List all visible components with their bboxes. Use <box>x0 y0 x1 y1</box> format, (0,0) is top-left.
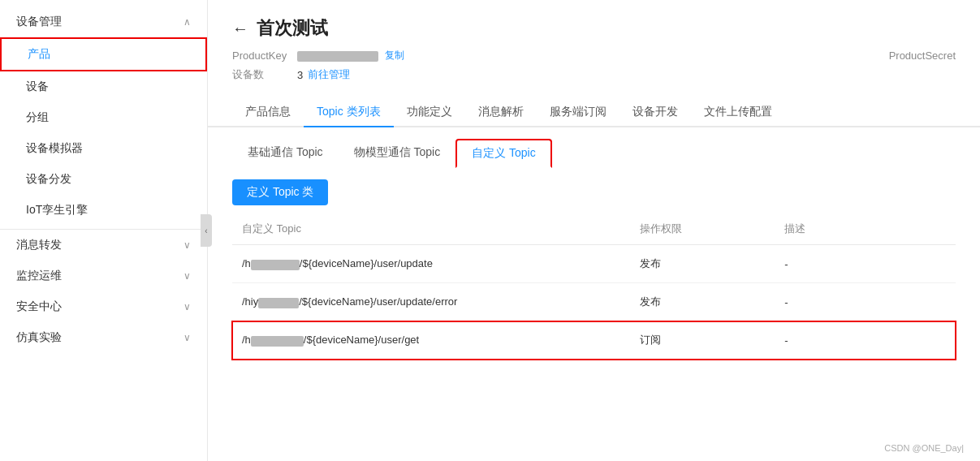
sidebar-item-simulator[interactable]: 设备模拟器 <box>0 133 207 164</box>
desc-value: - <box>775 245 956 283</box>
topic-suffix: /${deviceName}/user/update/error <box>299 295 457 308</box>
topic-blurred <box>251 260 300 270</box>
sub-tabs: 基础通信 Topic 物模型通信 Topic 自定义 Topic <box>208 127 980 168</box>
topic-blurred <box>258 298 299 308</box>
desc-value: - <box>775 321 956 360</box>
tab-server-sub[interactable]: 服务端订阅 <box>537 98 620 127</box>
tab-product-info[interactable]: 产品信息 <box>232 98 304 127</box>
topic-blurred <box>251 336 304 347</box>
topic-value: /hiy /${deviceName}/user/update/error <box>232 283 630 321</box>
main-tabs: 产品信息 Topic 类列表 功能定义 消息解析 服务端订阅 设备开发 文件上传… <box>208 98 980 127</box>
tab-label: 文件上传配置 <box>704 105 772 118</box>
device-count-label: 设备数 <box>232 67 297 82</box>
chevron-down-icon: ∨ <box>183 239 191 251</box>
topic-table-section: 自定义 Topic 操作权限 描述 /h /${deviceName}/user… <box>208 213 980 360</box>
permission-value: 发布 <box>630 283 775 321</box>
product-key-blurred <box>297 51 378 62</box>
sub-tab-label: 自定义 Topic <box>472 146 536 159</box>
sidebar-group-simulation[interactable]: 仿真实验 ∨ <box>0 322 207 353</box>
topic-suffix: /${deviceName}/user/update <box>300 257 433 269</box>
topic-value: /h /${deviceName}/user/update <box>232 245 630 283</box>
sidebar-item-device[interactable]: 设备 <box>0 71 207 102</box>
watermark: CSDN @ONE_Day| <box>884 443 964 453</box>
sidebar-item-label: 设备 <box>26 80 49 93</box>
desc-value: - <box>775 283 956 321</box>
sidebar: 设备管理 ∧ 产品 设备 分组 设备模拟器 设备分发 IoT孪生引擎 消息转发 … <box>0 0 208 461</box>
tab-topic-list[interactable]: Topic 类列表 <box>304 98 394 127</box>
sub-tab-basic[interactable]: 基础通信 Topic <box>232 139 339 168</box>
chevron-down-icon: ∨ <box>183 332 191 343</box>
sidebar-item-label: 设备模拟器 <box>26 141 83 154</box>
topic-prefix: /hiy <box>242 295 258 308</box>
sidebar-group-label: 消息转发 <box>16 238 62 252</box>
sidebar-item-group[interactable]: 分组 <box>0 102 207 133</box>
back-button[interactable]: ← <box>232 19 248 38</box>
tab-label: 功能定义 <box>407 105 452 118</box>
tab-label: 服务端订阅 <box>550 105 607 118</box>
tab-label: 消息解析 <box>478 105 524 118</box>
sub-tab-model[interactable]: 物模型通信 Topic <box>339 139 456 168</box>
tab-feature-def[interactable]: 功能定义 <box>394 98 465 127</box>
product-secret-label: ProductSecret <box>889 50 956 62</box>
collapse-icon: ‹ <box>205 226 207 235</box>
copy-button[interactable]: 复制 <box>385 49 404 62</box>
tab-file-upload[interactable]: 文件上传配置 <box>691 98 785 127</box>
sub-tab-label: 基础通信 Topic <box>248 145 323 158</box>
meta-section: ProductKey 复制 ProductSecret 设备数 3 前往管理 <box>208 49 980 98</box>
sidebar-item-label: 分组 <box>26 110 49 123</box>
permission-value: 发布 <box>630 245 775 283</box>
sidebar-item-product[interactable]: 产品 <box>0 37 207 71</box>
sidebar-item-distribution[interactable]: 设备分发 <box>0 164 207 195</box>
sidebar-group-label: 安全中心 <box>16 299 62 314</box>
sidebar-item-label: 产品 <box>28 47 50 60</box>
sidebar-collapse-handle[interactable]: ‹ <box>201 214 212 247</box>
product-key-label: ProductKey <box>232 50 297 62</box>
topic-table: 自定义 Topic 操作权限 描述 /h /${deviceName}/user… <box>232 213 956 360</box>
sidebar-item-twin[interactable]: IoT孪生引擎 <box>0 195 207 226</box>
main-content: ← 首次测试 ProductKey 复制 ProductSecret 设备数 3… <box>208 0 980 461</box>
product-key-row: ProductKey 复制 ProductSecret <box>232 49 956 62</box>
sidebar-item-label: IoT孪生引擎 <box>26 203 88 216</box>
permission-value: 订阅 <box>630 321 775 360</box>
device-count-row: 设备数 3 前往管理 <box>232 67 956 82</box>
topic-prefix: /h <box>242 257 251 269</box>
tab-label: 产品信息 <box>245 105 291 118</box>
sidebar-group-label: 监控运维 <box>16 269 62 283</box>
sidebar-group-monitor[interactable]: 监控运维 ∨ <box>0 261 207 291</box>
manage-link[interactable]: 前往管理 <box>308 67 350 82</box>
table-row: /h /${deviceName}/user/update 发布 - <box>232 245 956 283</box>
topic-suffix: /${deviceName}/user/get <box>304 334 419 346</box>
sidebar-group-label: 仿真实验 <box>16 330 62 345</box>
chevron-down-icon: ∨ <box>183 270 191 282</box>
chevron-down-icon: ∨ <box>183 301 191 312</box>
sidebar-group-label: 设备管理 <box>16 15 62 29</box>
col-header-desc: 描述 <box>775 213 956 245</box>
tab-device-dev[interactable]: 设备开发 <box>620 98 691 127</box>
table-header-row: 自定义 Topic 操作权限 描述 <box>232 213 956 245</box>
table-row: /hiy /${deviceName}/user/update/error 发布… <box>232 283 956 321</box>
col-header-topic: 自定义 Topic <box>232 213 630 245</box>
topic-prefix: /h <box>242 334 251 346</box>
sidebar-group-device-mgmt[interactable]: 设备管理 ∧ <box>0 6 207 37</box>
sub-tab-custom[interactable]: 自定义 Topic <box>455 139 552 168</box>
action-section: 定义 Topic 类 <box>208 168 980 213</box>
tab-label: 设备开发 <box>632 105 678 118</box>
sidebar-top: 设备管理 ∧ 产品 设备 分组 设备模拟器 设备分发 IoT孪生引擎 <box>0 0 207 230</box>
tab-label: Topic 类列表 <box>317 105 381 118</box>
device-count-value: 3 <box>297 69 303 81</box>
define-topic-button[interactable]: 定义 Topic 类 <box>232 179 328 205</box>
table-row: /h /${deviceName}/user/get 订阅 - <box>232 321 956 360</box>
sidebar-item-label: 设备分发 <box>26 172 71 185</box>
product-key-value <box>297 50 378 62</box>
topic-value: /h /${deviceName}/user/get <box>232 321 630 360</box>
page-header: ← 首次测试 <box>208 0 980 49</box>
col-header-permission: 操作权限 <box>630 213 775 245</box>
page-title: 首次测试 <box>257 16 328 41</box>
chevron-up-icon: ∧ <box>183 16 191 28</box>
sidebar-group-msg-relay[interactable]: 消息转发 ∨ <box>0 230 207 261</box>
sub-tab-label: 物模型通信 Topic <box>354 145 441 158</box>
sidebar-group-security[interactable]: 安全中心 ∨ <box>0 291 207 322</box>
tab-msg-parse[interactable]: 消息解析 <box>465 98 537 127</box>
